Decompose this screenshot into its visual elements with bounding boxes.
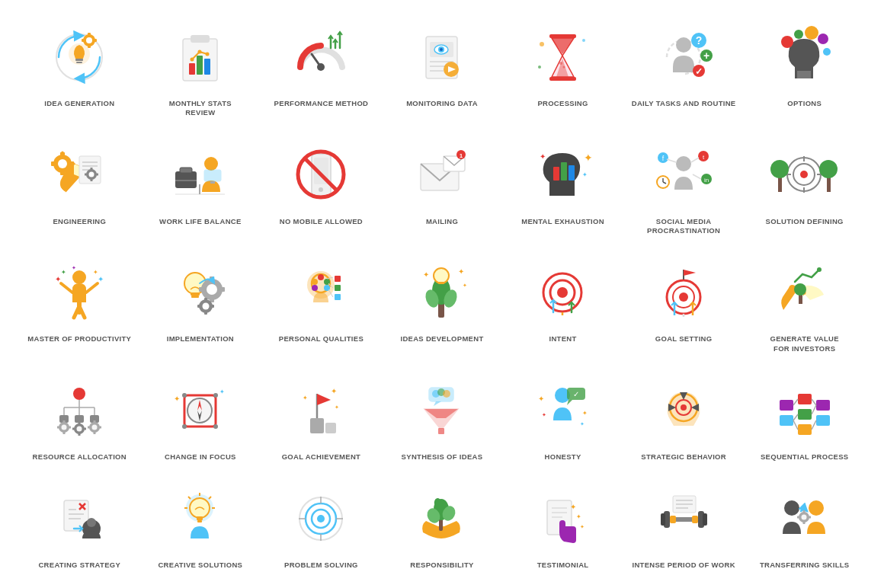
svg-rect-254 (816, 415, 830, 426)
svg-point-109 (800, 171, 808, 178)
resource-allocation-icon (45, 376, 114, 445)
svg-rect-196 (62, 431, 65, 434)
svg-point-80 (319, 187, 323, 192)
svg-point-39 (538, 66, 541, 69)
personal-qualities-label: PERSONAL QUALITIES (279, 334, 364, 344)
icon-cell-goal-setting: GOAL SETTING (627, 251, 741, 361)
svg-rect-87 (553, 167, 559, 181)
icon-cell-intense-period: INTENSE PERIOD OF WORK (627, 477, 741, 577)
svg-rect-316 (797, 516, 800, 518)
icon-cell-generate-value: $ GENERATE VALUEFOR INVESTORS (748, 251, 861, 361)
creative-solutions-label: CREATIVE SOLUTIONS (158, 561, 242, 570)
options-icon (770, 23, 839, 91)
icon-cell-responsibility: RESPONSIBILITY (386, 477, 499, 577)
icon-cell-change-focus: ✦ ✦ CHANGE IN FOCUS (144, 369, 258, 469)
svg-rect-195 (62, 420, 65, 423)
svg-point-36 (563, 66, 565, 68)
svg-text:?: ? (695, 34, 702, 46)
svg-point-40 (676, 37, 691, 53)
performance-label: PERFORMANCE METHOD (274, 99, 369, 108)
svg-rect-114 (778, 177, 782, 192)
icon-cell-goal-achievement: ✦ ✦ ✦ GOAL ACHIEVEMENT (264, 369, 378, 469)
svg-text:1: 1 (460, 152, 463, 159)
daily-tasks-icon: ? + ✓ (649, 23, 718, 91)
svg-rect-151 (335, 276, 341, 282)
sequential-label: SEQUENTIAL PROCESS (761, 452, 849, 462)
work-life-label: WORK LIFE BALANCE (159, 217, 241, 226)
svg-rect-66 (90, 168, 92, 171)
intense-period-label: INTENSE PERIOD OF WORK (632, 561, 735, 570)
svg-rect-315 (803, 521, 806, 524)
svg-point-313 (802, 514, 807, 519)
svg-rect-233 (438, 428, 444, 434)
creating-strategy-icon (45, 484, 114, 553)
svg-point-183 (794, 283, 806, 296)
icon-cell-performance: PERFORMANCE METHOD (264, 15, 378, 126)
icon-cell-no-mobile: NO MOBILE ALLOWED (264, 133, 378, 244)
synthesis-label: SYNTHESIS OF IDEAS (402, 452, 483, 462)
svg-marker-179 (684, 270, 696, 276)
svg-text:✦: ✦ (580, 524, 585, 529)
svg-rect-250 (798, 394, 812, 404)
svg-rect-303 (703, 513, 707, 526)
svg-rect-141 (204, 311, 207, 315)
svg-rect-89 (569, 165, 575, 181)
svg-rect-191 (75, 415, 84, 423)
icon-cell-testimonial: ✦ ✦ ✦ TESTIMONIAL (506, 477, 620, 577)
svg-rect-222 (325, 423, 336, 433)
svg-rect-14 (204, 59, 210, 75)
svg-line-258 (812, 399, 816, 405)
social-media-label: SOCIAL MEDIAPROCRASTINATION (647, 217, 720, 236)
svg-point-168 (557, 287, 568, 298)
svg-text:✦: ✦ (423, 270, 429, 279)
mental-label: MENTAL EXHAUSTION (521, 217, 604, 226)
svg-point-149 (312, 279, 318, 285)
svg-line-260 (812, 420, 816, 430)
svg-text:✦: ✦ (570, 503, 576, 511)
no-mobile-label: NO MOBILE ALLOWED (280, 217, 363, 226)
svg-point-65 (88, 172, 94, 177)
svg-marker-224 (317, 394, 331, 405)
icon-cell-work-life: WORK LIFE BALANCE (144, 133, 258, 244)
icon-cell-creating-strategy: CREATING STRATEGY (23, 477, 136, 577)
responsibility-label: RESPONSIBILITY (410, 561, 473, 570)
icon-grid: IDEA GENERATION MONTHLY STATSREVIEW (0, 0, 884, 588)
svg-rect-277 (197, 516, 203, 520)
svg-rect-314 (803, 510, 806, 513)
idea-generation-icon (45, 23, 114, 91)
svg-line-102 (693, 174, 701, 179)
icon-cell-processing: PROCESSING (506, 15, 620, 126)
personal-qualities-icon (287, 258, 355, 327)
svg-rect-162 (438, 282, 444, 284)
svg-rect-68 (85, 174, 88, 176)
svg-point-232 (443, 390, 450, 398)
svg-point-174 (679, 292, 688, 302)
solution-defining-icon (770, 141, 839, 209)
icon-cell-synthesis: SYNTHESIS OF IDEAS (386, 369, 499, 469)
svg-line-121 (86, 283, 98, 292)
svg-text:✓: ✓ (573, 390, 579, 398)
svg-point-200 (76, 426, 82, 431)
options-label: OPTIONS (787, 99, 822, 108)
svg-rect-6 (88, 33, 91, 37)
svg-rect-131 (191, 296, 199, 298)
svg-rect-140 (204, 298, 207, 302)
icon-cell-resource: RESOURCE ALLOCATION (23, 369, 136, 469)
transferring-label: TRANSFERRING SKILLS (760, 561, 850, 570)
honesty-label: HONESTY (545, 452, 581, 462)
svg-point-51 (823, 48, 831, 56)
svg-point-35 (559, 62, 562, 65)
svg-rect-252 (798, 424, 812, 435)
icon-cell-engineering: ENGINEERING (23, 133, 136, 244)
implementation-icon (166, 258, 235, 327)
svg-point-17 (206, 52, 210, 56)
svg-text:✦: ✦ (580, 421, 585, 427)
creating-strategy-label: CREATING STRATEGY (38, 561, 120, 570)
testimonial-label: TESTIMONIAL (537, 561, 589, 570)
svg-rect-301 (661, 513, 665, 526)
generate-value-label: GENERATE VALUEFOR INVESTORS (770, 334, 838, 353)
icon-cell-transferring: TRANSFERRING SKILLS (748, 477, 861, 577)
svg-rect-55 (60, 170, 65, 175)
mailing-icon: 1 (408, 141, 476, 209)
svg-line-259 (812, 405, 816, 414)
